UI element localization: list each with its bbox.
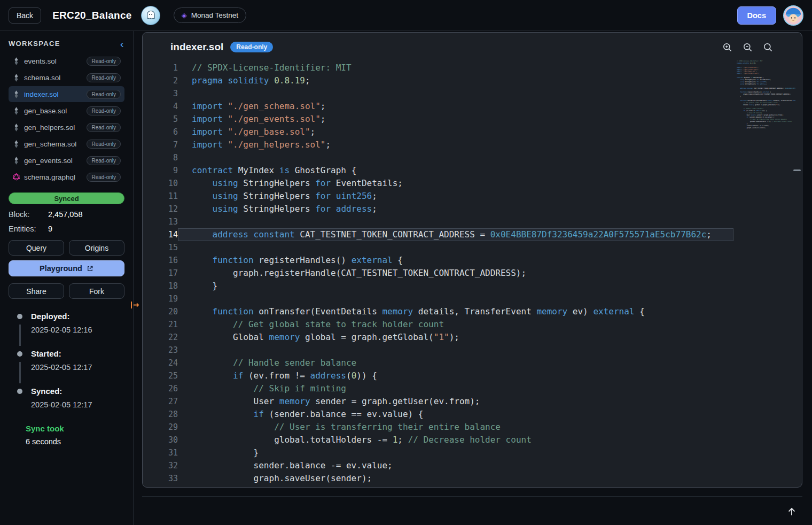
line-number: 31 xyxy=(143,446,178,459)
code-line-16[interactable]: 16 function registerHandles() external { xyxy=(143,254,802,267)
code-line-24[interactable]: 24 // Handle sender balance xyxy=(143,357,802,369)
timeline-value: 2025-02-05 12:16 xyxy=(31,326,124,334)
line-number: 3 xyxy=(143,87,178,100)
line-number: 5 xyxy=(143,113,178,126)
solidity-file-icon xyxy=(12,140,20,148)
line-number: 26 xyxy=(143,382,178,395)
readonly-badge: Read-only xyxy=(87,173,121,182)
readonly-badge: Read-only xyxy=(87,123,121,132)
timeline-value: 2025-02-05 12:17 xyxy=(31,400,124,409)
code-line-7[interactable]: 7import "./gen_helpers.sol"; xyxy=(143,138,802,151)
code-line-5[interactable]: 5import "./gen_events.sol"; xyxy=(143,113,802,126)
code-line-3[interactable]: 3 xyxy=(143,87,802,100)
code-line-6[interactable]: 6import "./gen_base.sol"; xyxy=(143,126,802,138)
line-number: 8 xyxy=(143,151,178,164)
zoom-out-icon[interactable] xyxy=(743,42,753,52)
file-item-schema.sol[interactable]: schema.solRead-only xyxy=(9,70,124,86)
code-line-26[interactable]: 26 // Skip if minting xyxy=(143,382,802,395)
page-title: ERC20_Balance xyxy=(52,10,132,21)
readonly-badge: Read-only xyxy=(87,73,121,82)
playground-button[interactable]: Playground xyxy=(9,260,124,276)
code-text: graph.registerHandle(CAT_TESTNET_TOKEN_C… xyxy=(178,267,733,280)
file-item-gen_helpers.sol[interactable]: gen_helpers.solRead-only xyxy=(9,119,124,135)
topbar: Back ERC20_Balance ◈ Monad Testnet Docs xyxy=(0,0,812,31)
code-line-4[interactable]: 4import "./gen_schema.sol"; xyxy=(143,100,802,113)
share-button[interactable]: Share xyxy=(9,283,64,299)
file-item-schema.graphql[interactable]: schema.graphqlRead-only xyxy=(9,169,124,185)
code-line-27[interactable]: 27 User memory sender = graph.getUser(ev… xyxy=(143,395,802,408)
line-number: 9 xyxy=(143,164,178,177)
code-line-28[interactable]: 28 if (sender.balance == ev.value) { xyxy=(143,408,802,421)
code-line-32[interactable]: 32 sender.balance -= ev.value; xyxy=(143,459,802,472)
code-line-30[interactable]: 30 global.totalHolders -= 1; // Decrease… xyxy=(143,434,802,446)
code-line-29[interactable]: 29 // User is transferring their entire … xyxy=(143,421,802,434)
resize-handle[interactable] xyxy=(129,300,140,312)
code-line-9[interactable]: 9contract MyIndex is GhostGraph { xyxy=(143,164,802,177)
search-icon[interactable] xyxy=(763,42,773,52)
file-item-gen_events.sol[interactable]: gen_events.solRead-only xyxy=(9,152,124,168)
code-editor[interactable]: 1// SPDX-License-Identifier: MIT2pragma … xyxy=(143,58,802,487)
col-resize-icon xyxy=(129,300,140,310)
code-text: function registerHandles() external { xyxy=(178,254,733,267)
avatar-image xyxy=(784,6,802,25)
code-line-23[interactable]: 23 xyxy=(143,344,802,357)
scroll-to-top-button[interactable] xyxy=(784,504,799,521)
file-item-gen_schema.sol[interactable]: gen_schema.solRead-only xyxy=(9,136,124,152)
file-item-indexer.sol[interactable]: indexer.solRead-only xyxy=(9,86,124,102)
line-number: 6 xyxy=(143,126,178,138)
code-text: pragma solidity 0.8.19; xyxy=(178,74,733,87)
code-line-2[interactable]: 2pragma solidity 0.8.19; xyxy=(143,74,802,87)
playground-button-label: Playground xyxy=(40,264,82,273)
network-badge-label: Monad Testnet xyxy=(191,11,238,19)
back-button[interactable]: Back xyxy=(9,7,41,24)
code-line-15[interactable]: 15 xyxy=(143,241,802,254)
readonly-badge: Read-only xyxy=(87,57,121,66)
query-button[interactable]: Query xyxy=(9,240,64,256)
code-text: // SPDX-License-Identifier: MIT xyxy=(178,61,733,74)
file-item-gen_base.sol[interactable]: gen_base.solRead-only xyxy=(9,103,124,119)
code-line-33[interactable]: 33 graph.saveUser(sender); xyxy=(143,472,802,485)
file-name: schema.sol xyxy=(24,74,82,82)
line-number: 25 xyxy=(143,369,178,382)
code-text: import "./gen_events.sol"; xyxy=(178,113,733,126)
avatar[interactable] xyxy=(783,5,803,26)
code-line-22[interactable]: 22 Global memory global = graph.getGloba… xyxy=(143,331,802,344)
code-text: import "./gen_schema.sol"; xyxy=(178,100,733,113)
code-text: import "./gen_helpers.sol"; xyxy=(178,138,733,151)
code-text: using StringHelpers for uint256; xyxy=(178,190,733,203)
code-line-19[interactable]: 19 xyxy=(143,292,802,305)
code-line-17[interactable]: 17 graph.registerHandle(CAT_TESTNET_TOKE… xyxy=(143,267,802,280)
file-item-events.sol[interactable]: events.solRead-only xyxy=(9,53,124,69)
origins-button[interactable]: Origins xyxy=(69,240,124,256)
line-number: 27 xyxy=(143,395,178,408)
zoom-in-icon[interactable] xyxy=(722,42,732,52)
timeline-dot-icon xyxy=(17,314,22,319)
solidity-file-icon xyxy=(12,90,20,98)
code-line-21[interactable]: 21 // Get global state to track holder c… xyxy=(143,318,802,331)
code-text: } xyxy=(178,446,733,459)
scrollbar-thumb[interactable] xyxy=(793,169,801,171)
code-line-8[interactable]: 8 xyxy=(143,151,802,164)
code-line-1[interactable]: 1// SPDX-License-Identifier: MIT xyxy=(143,61,802,74)
code-line-12[interactable]: 12 using StringHelpers for address; xyxy=(143,203,802,215)
minimap[interactable]: // SPDX-License-Identifier: MITpragma so… xyxy=(737,60,795,133)
line-number: 23 xyxy=(143,344,178,357)
line-number: 32 xyxy=(143,459,178,472)
code-line-18[interactable]: 18 } xyxy=(143,280,802,292)
timeline-value: 2025-02-05 12:17 xyxy=(31,363,124,372)
timeline-label: Synced: xyxy=(31,387,124,396)
code-line-13[interactable]: 13 xyxy=(143,215,802,228)
code-line-31[interactable]: 31 } xyxy=(143,446,802,459)
code-line-25[interactable]: 25 if (ev.from != address(0)) { xyxy=(143,369,802,382)
line-number: 4 xyxy=(143,100,178,113)
docs-button[interactable]: Docs xyxy=(737,6,776,25)
code-line-20[interactable]: 20 function onTransfer(EventDetails memo… xyxy=(143,305,802,318)
fork-button[interactable]: Fork xyxy=(69,283,124,299)
code-line-10[interactable]: 10 using StringHelpers for EventDetails; xyxy=(143,177,802,190)
collapse-sidebar-icon[interactable]: ‹ xyxy=(120,40,124,48)
code-line-14[interactable]: 14 address constant CAT_TESTNET_TOKEN_CO… xyxy=(143,228,802,241)
editor-filename: indexer.sol xyxy=(170,41,223,53)
line-number: 12 xyxy=(143,203,178,215)
code-line-11[interactable]: 11 using StringHelpers for uint256; xyxy=(143,190,802,203)
network-badge[interactable]: ◈ Monad Testnet xyxy=(174,7,246,23)
